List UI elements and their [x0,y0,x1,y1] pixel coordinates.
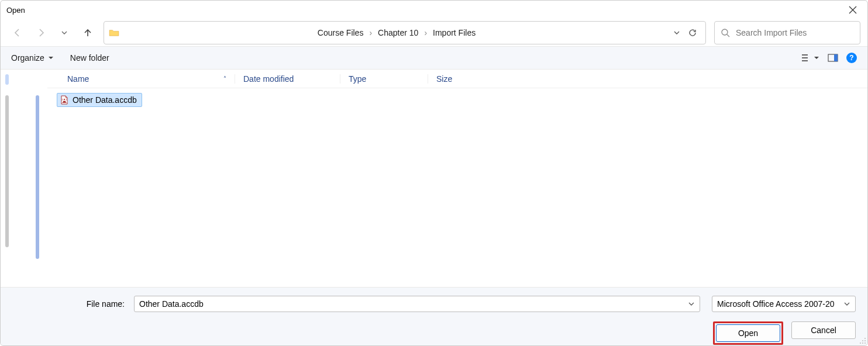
svg-point-7 [864,340,866,341]
open-button[interactable]: Open [716,324,780,342]
file-name: Other Data.accdb [73,95,137,105]
svg-text:A: A [61,95,67,104]
folder-icon [109,29,119,37]
filename-value: Other Data.accdb [139,299,204,309]
list-view-icon [801,53,811,63]
caret-down-icon [814,55,819,61]
chevron-down-icon [673,29,681,37]
column-header-name[interactable]: Name ˄ [47,74,235,84]
chevron-down-icon [688,300,695,307]
filename-dropdown[interactable] [688,300,695,307]
new-folder-button[interactable]: New folder [70,53,109,63]
breadcrumb-item[interactable]: Chapter 10 [374,26,422,40]
refresh-button[interactable] [684,26,701,40]
svg-point-9 [862,342,863,344]
file-list: Name ˄ Date modified Type Size A Other D… [47,70,867,273]
toolbar: Organize New folder ? [1,46,867,70]
title-bar: Open [1,1,867,19]
chevron-right-icon: › [423,28,428,37]
search-input[interactable] [736,28,854,37]
svg-rect-2 [834,54,838,61]
main-area: Name ˄ Date modified Type Size A Other D… [1,70,867,273]
filter-label: Microsoft Office Access 2007-20 [717,299,835,309]
column-header-date[interactable]: Date modified [235,74,340,84]
view-menu[interactable] [801,53,819,63]
forward-button[interactable] [31,23,51,43]
footer: File name: Other Data.accdb Microsoft Of… [1,287,867,345]
breadcrumb-item[interactable]: Course Files [314,26,367,40]
svg-point-6 [862,340,863,341]
organize-label: Organize [11,53,44,63]
column-header-type[interactable]: Type [340,74,428,84]
navigation-pane[interactable] [1,70,47,273]
svg-point-8 [860,342,861,344]
up-button[interactable] [78,23,98,43]
resize-grip-icon[interactable] [858,336,866,344]
address-bar[interactable]: Course Files › Chapter 10 › Import Files [104,21,706,44]
nav-scroll-indicator [5,74,9,85]
column-headers: Name ˄ Date modified Type Size [47,70,867,88]
chevron-down-icon [843,300,850,307]
recent-locations-button[interactable] [54,23,74,43]
arrow-up-icon [82,27,93,38]
new-folder-label: New folder [70,53,109,63]
organize-menu[interactable]: Organize [11,53,54,63]
svg-point-0 [722,29,728,35]
tutorial-highlight: Open [713,321,783,345]
dialog-title: Open [6,6,25,15]
nav-scrollbar[interactable] [36,95,39,259]
sort-caret-icon: ˄ [223,75,226,82]
back-button[interactable] [8,23,27,43]
filename-label: File name: [12,299,129,309]
refresh-icon [688,28,697,37]
breadcrumb-item[interactable]: Import Files [429,26,479,40]
arrow-left-icon [12,27,23,38]
close-button[interactable] [844,4,862,16]
file-item[interactable]: A Other Data.accdb [57,93,142,107]
help-button[interactable]: ? [846,53,857,63]
preview-pane-button[interactable] [828,54,838,62]
cancel-button[interactable]: Cancel [791,321,856,339]
file-type-filter[interactable]: Microsoft Office Access 2007-20 [712,296,856,312]
close-icon [849,6,857,14]
chevron-down-icon [60,29,68,37]
svg-point-10 [864,342,866,344]
address-history-button[interactable] [670,26,683,39]
caret-down-icon [48,55,54,61]
chevron-right-icon: › [368,28,373,37]
filename-input[interactable]: Other Data.accdb [134,296,700,312]
arrow-right-icon [36,27,46,38]
nav-row: Course Files › Chapter 10 › Import Files [1,19,867,46]
column-header-size[interactable]: Size [428,74,486,84]
nav-scrollbar[interactable] [5,95,9,247]
preview-pane-icon [828,54,838,62]
access-file-icon: A [60,95,69,105]
svg-point-5 [864,338,866,339]
file-list-body[interactable]: A Other Data.accdb [47,88,867,273]
search-box[interactable] [714,21,860,44]
search-icon [721,28,730,37]
